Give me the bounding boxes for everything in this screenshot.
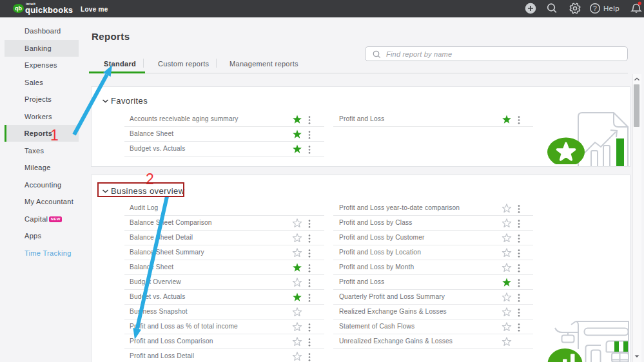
svg-text:?: ? <box>593 5 597 12</box>
